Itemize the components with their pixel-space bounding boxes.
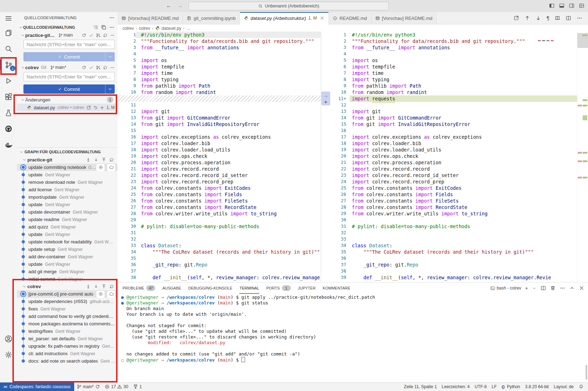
code-line[interactable]: 5import os <box>321 57 588 64</box>
chevron-down-icon[interactable] <box>532 286 537 291</box>
repositories-icon[interactable] <box>101 24 107 30</box>
fetch-icon[interactable] <box>86 158 91 162</box>
changes-header[interactable]: Änderungen 1 <box>17 96 118 104</box>
code-line[interactable]: 1#!/usr/bin/env python3 <box>118 32 321 38</box>
code-line[interactable]: 16import colrev.exceptions as colrev_exc… <box>118 134 321 140</box>
breadcrumb[interactable]: colrev›colrev›dataset.py›… <box>118 24 588 32</box>
panel-tab-ports[interactable]: PORTS1 <box>266 282 291 294</box>
refresh-icon[interactable] <box>103 65 108 70</box>
graph-group-practice-git[interactable]: practice-git <box>17 156 118 164</box>
sidebar-item-source-control[interactable]: 1 <box>0 57 17 73</box>
panel-tab-jupyter[interactable]: JUPYTER <box>298 282 316 294</box>
problems-status-item[interactable]: 17 30 <box>102 382 131 391</box>
more-actions-icon[interactable] <box>110 33 115 38</box>
code-line[interactable]: 19import colrev.ops.check <box>118 153 321 159</box>
previous-change-icon[interactable] <box>524 15 530 21</box>
code-line[interactable]: 2"""Functionality for data/records.bib a… <box>321 38 588 44</box>
code-line[interactable]: 24import colrev.record.record_prep <box>321 178 588 185</box>
status-item[interactable]: Layout: de <box>551 382 576 391</box>
chevron-down-icon[interactable] <box>19 150 24 154</box>
cloud-button[interactable] <box>107 164 116 171</box>
inline-diff-view-icon[interactable] <box>555 15 560 21</box>
diff-original-pane[interactable]: 1#!/usr/bin/env python32"""Functionality… <box>118 32 321 282</box>
code-line[interactable]: 12import git <box>118 108 321 115</box>
terminal-scrollbar[interactable] <box>586 365 587 380</box>
code-line[interactable]: 4 <box>321 51 588 57</box>
terminal[interactable]: ● @geritwagner → /workspaces/colrev (mai… <box>118 294 588 382</box>
commit-row[interactable]: move packages asciinema to comments… <box>17 320 118 327</box>
code-line[interactable]: 17import colrev.loader.bib <box>118 140 321 147</box>
sidebar-item-docker[interactable] <box>0 137 17 153</box>
code-line[interactable]: 33class Dataset: <box>118 242 321 249</box>
code-line[interactable]: 36 <box>321 255 588 261</box>
commit-dropdown[interactable] <box>105 84 115 94</box>
goto-head-button[interactable] <box>96 164 105 171</box>
code-line[interactable]: 3from __future__ import annotations <box>118 44 321 51</box>
branch-status-item[interactable]: main* <box>74 382 103 391</box>
commit-row[interactable]: initial commitGerit Wagner <box>17 275 118 283</box>
sidebar-item-explorer[interactable] <box>0 25 17 41</box>
code-line[interactable]: 27from colrev.constants import FileSets <box>321 198 588 204</box>
commit-row[interactable]: update committing notebookG… <box>17 164 118 171</box>
fetch-icon[interactable] <box>86 284 91 289</box>
code-line[interactable]: 23import colrev.record.record_prep <box>118 178 321 185</box>
toggle-sidebar-icon[interactable] <box>549 3 555 9</box>
refresh-icon[interactable] <box>109 158 114 162</box>
status-item[interactable]: {}Python <box>499 382 523 391</box>
sidebar-item-github[interactable] <box>0 121 17 137</box>
sync-icon[interactable] <box>82 65 86 70</box>
tab-3[interactable]: README.md <box>329 12 371 24</box>
code-line[interactable]: 9from pathlib import Path <box>321 83 588 89</box>
commit-row[interactable]: add command how to verify git credenti… <box>17 313 118 320</box>
breadcrumb-item[interactable]: … <box>186 26 190 31</box>
sidebar-item-testing[interactable] <box>0 105 17 121</box>
code-line[interactable]: 13from git import GitCommandError <box>118 115 321 121</box>
commit-button-colrev[interactable]: ✓ Commit <box>23 84 115 94</box>
commit-row[interactable]: update notebook for readabilityGerit W… <box>17 238 118 246</box>
code-line[interactable]: 13import git <box>321 108 588 115</box>
chevron-down-icon[interactable] <box>21 33 25 38</box>
code-line[interactable]: 34class Dataset: <box>321 242 588 249</box>
commit-check-icon[interactable] <box>89 33 93 38</box>
ports-status-item[interactable]: 1 <box>131 382 144 391</box>
view-sort-icon[interactable] <box>93 24 98 30</box>
close-icon[interactable] <box>320 16 325 21</box>
next-change-icon[interactable] <box>535 15 541 21</box>
toggle-secondary-sidebar-icon[interactable] <box>569 3 575 9</box>
pull-icon[interactable] <box>94 158 98 162</box>
code-line[interactable]: 6import tempfile <box>321 64 588 70</box>
code-line[interactable]: 26from colrev.constants import FileSets <box>118 198 321 204</box>
remote-indicator[interactable]: >< Codespaces: fantastic couscous <box>0 382 74 391</box>
commit-row[interactable]: add dev-containerGerit Wagner <box>17 253 118 260</box>
stage-changes-icon[interactable] <box>100 105 104 110</box>
breadcrumb-item[interactable]: colrev <box>123 26 134 31</box>
tab-2[interactable]: dataset.py (Arbeitsstruktur)1, M <box>240 12 329 24</box>
code-line[interactable]: 15from git import InvalidGitRepositoryEr… <box>321 121 588 127</box>
panel-tab-ausgabe[interactable]: AUSGABE <box>162 282 181 294</box>
refresh-icon[interactable] <box>103 33 108 38</box>
toggle-panel-icon[interactable] <box>559 3 565 9</box>
code-line[interactable]: 2"""Functionality for data/records.bib a… <box>118 38 321 44</box>
code-line[interactable]: 31# pylint: disable=too-many-public-meth… <box>321 223 588 230</box>
commit-row[interactable]: add quizzGerit Wagner <box>17 223 118 231</box>
commit-check-icon[interactable] <box>89 65 93 70</box>
cloud-button[interactable] <box>107 290 116 298</box>
panel-tab-terminal[interactable]: TERMINAL <box>239 282 259 294</box>
account-button[interactable] <box>0 331 17 347</box>
code-line[interactable]: 24from colrev.constants import ExitCodes <box>118 185 321 191</box>
commit-row[interactable]: add git mergeGerit Wagner <box>17 268 118 275</box>
commit-row[interactable]: import/updateGerit Wagner <box>17 193 118 201</box>
code-line[interactable]: 34 """The CoLRev dataset (records and th… <box>118 249 321 255</box>
commit-row[interactable]: update devcontainerGerit Wagner <box>17 208 118 216</box>
more-actions-icon[interactable] <box>109 15 115 21</box>
back-icon[interactable]: ← <box>166 2 172 9</box>
sidebar-item-run-debug[interactable] <box>0 73 17 89</box>
menu-button[interactable] <box>0 12 17 25</box>
status-item[interactable]: UTF-8 <box>472 382 489 391</box>
diff-modified-pane[interactable]: 1#!/usr/bin/env python32"""Functionality… <box>321 32 588 282</box>
refresh-icon[interactable] <box>109 284 114 289</box>
sync-icon[interactable] <box>82 33 86 38</box>
new-terminal-icon[interactable]: + <box>525 285 528 291</box>
code-line[interactable]: 36 _git_repo: git.Repo <box>118 261 321 268</box>
code-line[interactable]: 25from colrev.constants import Fields <box>118 191 321 198</box>
